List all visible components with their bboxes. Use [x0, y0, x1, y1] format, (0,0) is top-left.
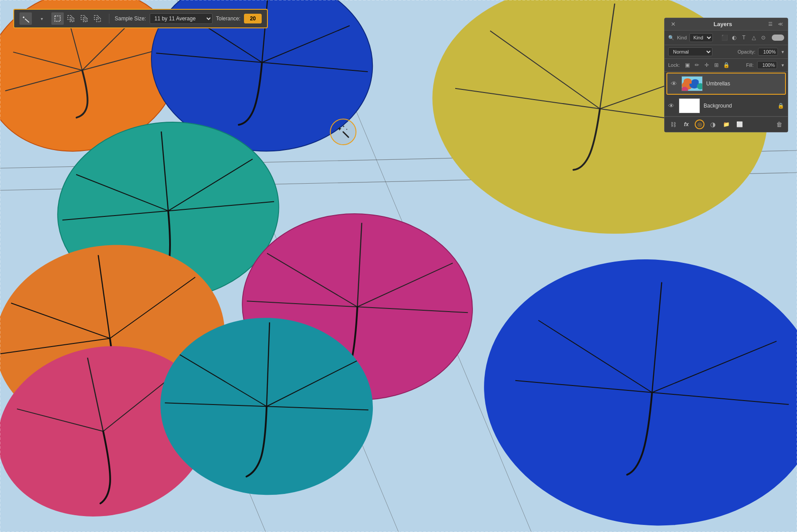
lock-icons: ▣ ✏ ✛ ⊞ 🔒 [683, 61, 730, 69]
lock-position-icon[interactable]: ✛ [703, 61, 711, 69]
new-selection-button[interactable] [51, 12, 64, 25]
panel-close-button[interactable]: ✕ [669, 21, 677, 27]
layer-item-umbrellas[interactable]: 👁 Umbrellas [666, 73, 786, 95]
svg-rect-82 [679, 99, 700, 113]
selection-mode-group: + - [51, 12, 104, 25]
lock-all-icon[interactable]: 🔒 [722, 61, 730, 69]
tolerance-input[interactable] [244, 14, 262, 23]
sample-size-label: Sample Size: [115, 15, 146, 22]
layer-name-umbrellas: Umbrellas [706, 81, 782, 87]
svg-line-62 [25, 19, 29, 22]
cursor-indicator: ✦ ✦ ✦ [330, 119, 356, 145]
layers-footer: ⛓ fx ◎ ◑ 📁 ⬜ 🗑 [665, 116, 788, 132]
fill-input[interactable] [757, 61, 777, 69]
opacity-label: Opacity: [738, 49, 755, 54]
new-layer-button[interactable]: ⬜ [735, 120, 744, 129]
tool-dropdown-button[interactable]: ▾ [35, 12, 48, 25]
svg-rect-64 [55, 16, 60, 21]
intersect-selection-button[interactable] [91, 12, 104, 25]
link-layers-button[interactable]: ⛓ [668, 120, 678, 129]
layer-name-background: Background [704, 103, 774, 109]
lock-image-icon[interactable]: ✏ [693, 61, 701, 69]
layers-lock-row: Lock: ▣ ✏ ✛ ⊞ 🔒 Fill: ▾ [665, 59, 788, 72]
filter-icons: ⬛ ◐ T △ ⊙ [720, 34, 767, 42]
svg-line-73 [343, 132, 348, 137]
svg-text:+: + [70, 19, 72, 22]
subtract-selection-button[interactable]: - [78, 12, 90, 25]
lock-transparency-icon[interactable]: ▣ [683, 61, 691, 69]
opacity-dropdown-icon[interactable]: ▾ [782, 49, 784, 55]
filter-type-icon[interactable]: T [740, 34, 748, 42]
layers-panel-title: Layers [714, 21, 732, 27]
panel-expand-button[interactable]: ≪ [778, 21, 783, 27]
add-mask-button[interactable]: ◎ [695, 120, 704, 129]
layer-lock-icon: 🔒 [778, 103, 784, 109]
magic-wand-tool-button[interactable]: ✦ [19, 12, 32, 25]
layers-panel-header: ✕ Layers ☰ ≪ [665, 18, 788, 31]
panel-header-icons: ☰ ≪ [768, 21, 783, 27]
layers-filter-row: 🔍 Kind Kind ⬛ ◐ T △ ⊙ [665, 31, 788, 45]
filter-adjustment-icon[interactable]: ◐ [730, 34, 738, 42]
layer-visibility-background[interactable]: 👁 [668, 102, 675, 109]
new-fill-adjustment-button[interactable]: ◑ [708, 120, 718, 129]
filter-pixel-icon[interactable]: ⬛ [720, 34, 728, 42]
layer-thumbnail-umbrellas [681, 76, 703, 91]
toolbar-divider [109, 14, 109, 23]
new-group-button[interactable]: 📁 [721, 120, 731, 129]
layer-visibility-umbrellas[interactable]: 👁 [671, 80, 678, 87]
magic-wand-icon: ✦ ✦ ✦ [336, 125, 350, 139]
fill-dropdown-icon[interactable]: ▾ [782, 62, 784, 68]
delete-layer-button[interactable]: 🗑 [774, 120, 784, 129]
layer-item-background[interactable]: 👁 Background 🔒 [665, 96, 788, 116]
panel-menu-button[interactable]: ☰ [768, 21, 773, 27]
blend-mode-select[interactable]: Normal [668, 47, 712, 56]
add-selection-button[interactable]: + [65, 12, 77, 25]
filter-search-icon: 🔍 [668, 35, 674, 41]
svg-text:✦: ✦ [342, 125, 345, 128]
toolbar: ✦ ▾ + - [13, 9, 268, 28]
opacity-input[interactable] [758, 48, 778, 56]
lock-artboard-icon[interactable]: ⊞ [712, 61, 720, 69]
svg-text:✦: ✦ [22, 15, 25, 19]
layer-thumbnail-background [679, 98, 700, 113]
tolerance-label: Tolerance: [216, 15, 240, 22]
sample-size-select[interactable]: Point Sample3 by 3 Average5 by 5 Average… [150, 13, 213, 24]
filter-shape-icon[interactable]: △ [750, 34, 758, 42]
filter-kind-select[interactable]: Kind [689, 33, 713, 42]
filter-smart-icon[interactable]: ⊙ [759, 34, 767, 42]
svg-text:✦: ✦ [346, 128, 348, 131]
svg-text:✦: ✦ [337, 125, 342, 132]
lock-label: Lock: [668, 62, 680, 68]
layers-blend-row: Normal Opacity: ▾ [665, 45, 788, 59]
fill-label: Fill: [746, 62, 754, 68]
filter-toggle[interactable] [772, 35, 784, 41]
layers-panel: ✕ Layers ☰ ≪ 🔍 Kind Kind ⬛ ◐ T △ ⊙ Norma… [664, 18, 788, 132]
filter-kind-label: Kind [677, 35, 687, 40]
layer-effects-button[interactable]: fx [681, 120, 691, 129]
